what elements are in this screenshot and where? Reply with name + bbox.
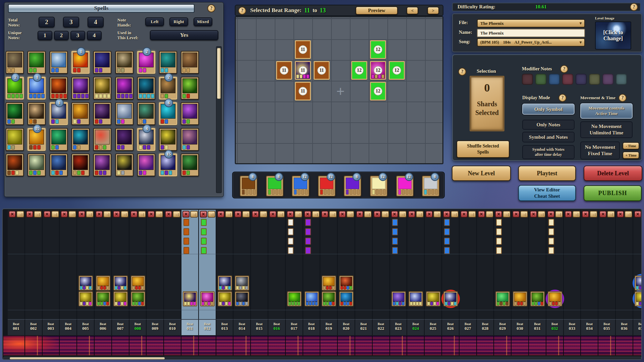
spell-card-water-swirl[interactable] bbox=[50, 51, 68, 74]
spell-card-green-dragon[interactable]: 2 bbox=[6, 77, 24, 100]
view-editor-cheat-sheet-button[interactable]: View Editor Cheat Sheet bbox=[518, 185, 576, 201]
note-type-card[interactable]: 8 bbox=[266, 176, 283, 196]
timeline-scrollbar-thumb[interactable] bbox=[10, 357, 165, 359]
timeline-spell-green-maw[interactable] bbox=[131, 291, 145, 306]
filter-unique-notes-3[interactable]: 3 bbox=[70, 31, 85, 40]
add-note-plus-icon[interactable]: + bbox=[331, 81, 350, 102]
insert-beat-button[interactable]: →| bbox=[555, 211, 563, 218]
beat-label-015[interactable]: Beat015 bbox=[251, 319, 268, 335]
delete-beat-button[interactable]: ✕ bbox=[478, 211, 485, 218]
timeline-spell-shield[interactable] bbox=[322, 276, 336, 291]
display-mode-only-notes[interactable]: Only Notes bbox=[522, 120, 575, 130]
insert-beat-button[interactable]: →| bbox=[399, 211, 407, 218]
note-type-card[interactable]: 12 bbox=[396, 176, 414, 196]
delete-beat-button[interactable]: ✕ bbox=[287, 211, 294, 218]
spell-card-night-slash[interactable]: 15 bbox=[159, 154, 177, 176]
timeline-note-square[interactable] bbox=[392, 228, 398, 235]
timeline-spell-blue-claw[interactable] bbox=[339, 291, 354, 306]
spell-card-silver-helm[interactable]: 4 bbox=[137, 128, 155, 151]
delete-beat-button[interactable]: ✕ bbox=[339, 211, 346, 218]
insert-beat-button[interactable]: →| bbox=[242, 211, 250, 218]
spell-card-rock-wall[interactable] bbox=[181, 51, 199, 74]
delete-level-button[interactable]: Delete Level bbox=[584, 166, 642, 181]
insert-beat-button[interactable]: →| bbox=[520, 211, 528, 218]
timeline-spell-yellow-hammer[interactable] bbox=[426, 291, 440, 306]
delete-beat-button[interactable]: ✕ bbox=[582, 211, 589, 218]
insert-beat-button[interactable]: →| bbox=[573, 211, 580, 218]
timeline-note-square[interactable] bbox=[392, 238, 398, 245]
beat-label-037[interactable]: Beat037 bbox=[633, 319, 642, 335]
beat-label-001[interactable]: Beat001 bbox=[8, 319, 25, 335]
movement-no-movement[interactable]: No Movement Fixed Time bbox=[580, 141, 620, 160]
display-mode-symbol-and-notes[interactable]: Symbol and Notes bbox=[522, 132, 575, 142]
insert-beat-button[interactable]: →| bbox=[260, 211, 267, 218]
beat-label-033[interactable]: Beat033 bbox=[564, 319, 581, 335]
placed-note-card-11[interactable]: 11 bbox=[276, 61, 292, 80]
delete-beat-button[interactable]: ✕ bbox=[9, 211, 16, 218]
help-icon-display-mode[interactable]: ? bbox=[558, 94, 567, 102]
filter-hands-left[interactable]: Left bbox=[145, 17, 164, 26]
modifier-note-4[interactable] bbox=[562, 74, 573, 85]
delete-beat-button[interactable]: ✕ bbox=[495, 211, 502, 218]
spell-card-claw-scratch[interactable] bbox=[115, 51, 133, 74]
placed-note-card-11[interactable]: 11 bbox=[314, 61, 330, 80]
delete-beat-button[interactable]: ✕ bbox=[513, 211, 520, 218]
delete-beat-button[interactable]: ✕ bbox=[547, 211, 554, 218]
timeline-note-square[interactable] bbox=[548, 228, 554, 235]
spell-card-pale-egg[interactable] bbox=[28, 154, 46, 176]
level-image-thumbnail[interactable]: [Click to Change] bbox=[595, 21, 631, 50]
note-type-card[interactable]: 8 bbox=[422, 176, 439, 196]
timeline-spell-blue-storm[interactable] bbox=[305, 291, 319, 306]
delete-beat-button[interactable]: ✕ bbox=[426, 211, 433, 218]
beat-label-031[interactable]: Beat031 bbox=[529, 319, 546, 335]
timeline-spell-yellow-hammer[interactable] bbox=[635, 291, 642, 306]
spell-card-green-comet[interactable] bbox=[181, 77, 199, 100]
timeline-spell-magenta-slash[interactable] bbox=[200, 291, 215, 306]
beat-label-009[interactable]: Beat009 bbox=[147, 319, 164, 335]
spell-card-dark-plum[interactable] bbox=[115, 128, 133, 151]
audio-spectrogram[interactable] bbox=[3, 336, 641, 355]
insert-beat-button[interactable]: →| bbox=[346, 211, 354, 218]
delete-beat-button[interactable]: ✕ bbox=[44, 211, 51, 218]
timeline-note-square[interactable] bbox=[444, 247, 450, 254]
modifier-note-7[interactable] bbox=[602, 74, 613, 85]
timeline-spell-shield[interactable] bbox=[548, 291, 562, 306]
spell-card-red-mushroom[interactable] bbox=[93, 128, 111, 151]
insert-beat-button[interactable]: →| bbox=[294, 211, 302, 218]
level-name-input[interactable] bbox=[477, 29, 585, 37]
spell-card-golden-ascension[interactable] bbox=[93, 77, 111, 100]
delete-beat-button[interactable]: ✕ bbox=[408, 211, 415, 218]
file-dropdown[interactable]: The Phoenix▾ bbox=[477, 19, 585, 27]
delete-beat-button[interactable]: ✕ bbox=[96, 211, 103, 218]
timeline-note-square[interactable] bbox=[548, 238, 554, 245]
timeline-spell-shield[interactable] bbox=[131, 276, 145, 291]
insert-beat-button[interactable]: →| bbox=[68, 211, 76, 218]
help-icon-beat-range[interactable]: ? bbox=[238, 7, 246, 15]
timeline-spell-blue-slash[interactable] bbox=[409, 291, 423, 306]
delete-beat-button[interactable]: ✕ bbox=[374, 211, 381, 218]
insert-beat-button[interactable]: →| bbox=[329, 211, 337, 218]
insert-beat-button[interactable]: →| bbox=[468, 211, 476, 218]
delete-beat-button[interactable]: ✕ bbox=[565, 211, 572, 218]
timeline-spell-dark-slash[interactable] bbox=[78, 276, 93, 291]
modifier-note-5[interactable] bbox=[576, 74, 587, 85]
spell-card-campfire[interactable] bbox=[137, 102, 155, 125]
timeline-note-square[interactable] bbox=[548, 247, 554, 254]
spell-card-dark-ember[interactable] bbox=[6, 154, 24, 176]
prev-beat-button[interactable]: < bbox=[407, 7, 418, 14]
delete-beat-button[interactable]: ✕ bbox=[617, 211, 624, 218]
timeline-spell-dark-slash[interactable] bbox=[218, 276, 232, 291]
insert-beat-button[interactable]: →| bbox=[138, 211, 146, 218]
timeline-spell-green-maw[interactable] bbox=[530, 291, 545, 306]
filter-unique-notes-2[interactable]: 2 bbox=[54, 31, 69, 40]
filter-unique-notes-4[interactable]: 4 bbox=[87, 31, 102, 40]
timeline-note-square[interactable] bbox=[444, 228, 450, 235]
timeline-spell-green-maw[interactable] bbox=[322, 291, 336, 306]
insert-beat-button[interactable]: →| bbox=[225, 211, 233, 218]
spell-card-stone-golem[interactable]: 2 bbox=[159, 77, 177, 100]
spell-card-teal-gates[interactable] bbox=[71, 128, 90, 151]
beat-label-029[interactable]: Beat029 bbox=[494, 319, 512, 335]
delete-beat-button[interactable]: ✕ bbox=[182, 211, 190, 218]
beat-label-021[interactable]: Beat021 bbox=[355, 319, 373, 335]
note-type-card[interactable]: 12 bbox=[292, 176, 309, 196]
